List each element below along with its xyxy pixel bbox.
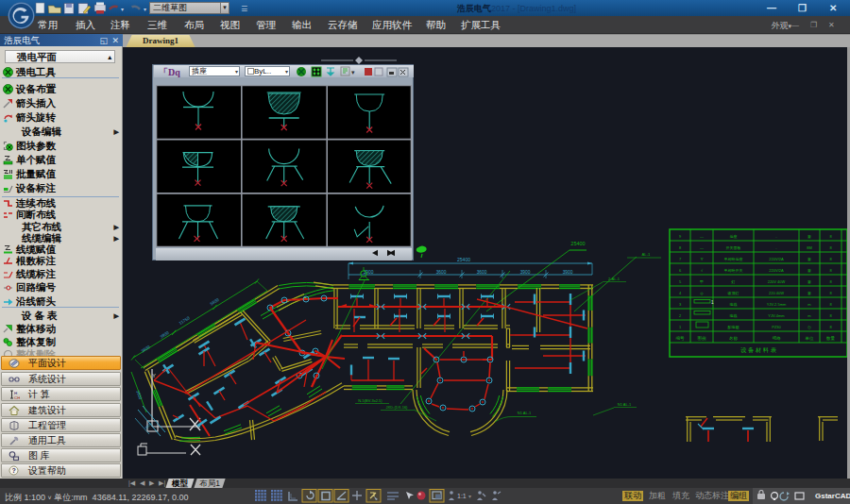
svg-text:8: 8 — [829, 302, 832, 307]
svg-text:套: 套 — [808, 257, 811, 261]
svg-text:单位: 单位 — [806, 336, 815, 341]
svg-text:电线: 电线 — [730, 313, 738, 318]
svg-text:11750: 11750 — [178, 315, 191, 326]
svg-text:1: 1 — [679, 325, 682, 329]
svg-text:3900: 3900 — [520, 270, 531, 275]
svg-text:8: 8 — [829, 257, 832, 261]
svg-text:套: 套 — [808, 291, 811, 295]
svg-text:6: 6 — [679, 268, 682, 273]
svg-text:m: m — [808, 313, 811, 318]
svg-text:YJV-4mm: YJV-4mm — [768, 313, 785, 318]
svg-text:套: 套 — [808, 234, 811, 239]
svg-text:8: 8 — [829, 279, 832, 284]
svg-text:220V/2A: 220V/2A — [769, 257, 784, 261]
svg-text:1: 1 — [711, 300, 714, 305]
svg-text:规格: 规格 — [773, 335, 782, 341]
svg-text:√: √ — [701, 268, 704, 273]
svg-text:2-AL-1: 2-AL-1 — [608, 277, 620, 281]
svg-text:8: 8 — [679, 245, 682, 250]
svg-text:JXD-(DX-16): JXD-(DX-16) — [386, 405, 409, 410]
svg-text:N1 AL-1: N1 AL-1 — [518, 411, 532, 415]
svg-text:▾: ▾ — [121, 7, 124, 12]
svg-text:3600: 3600 — [436, 270, 447, 275]
svg-text:单相暗开关: 单相暗开关 — [724, 268, 743, 273]
svg-text:电线: 电线 — [730, 302, 738, 307]
svg-text:8: 8 — [829, 268, 832, 273]
svg-text:套: 套 — [808, 268, 811, 273]
svg-text:3: 3 — [679, 302, 682, 307]
svg-text:图例: 图例 — [698, 336, 707, 342]
svg-text:编号: 编号 — [676, 336, 686, 341]
svg-text:AL-1: AL-1 — [642, 252, 652, 257]
svg-text:▾: ▾ — [351, 69, 355, 76]
svg-text:▾: ▾ — [468, 494, 471, 499]
svg-text:3600: 3600 — [477, 270, 487, 275]
svg-text:8M: 8M — [807, 245, 812, 250]
svg-text:吸顶灯: 吸顶灯 — [728, 291, 740, 295]
svg-text:9: 9 — [679, 234, 682, 239]
svg-text:5: 5 — [679, 279, 682, 284]
svg-text:PZ30: PZ30 — [772, 325, 781, 329]
svg-text:配电箱: 配电箱 — [728, 325, 740, 329]
svg-text:?: ? — [12, 467, 16, 474]
svg-text:220V 40W: 220V 40W — [768, 279, 786, 284]
svg-text:Y: Y — [152, 373, 156, 378]
svg-text:8: 8 — [829, 234, 832, 239]
svg-text:☰: ☰ — [241, 5, 247, 13]
svg-text:◎: ◎ — [700, 291, 704, 295]
svg-text:N1 AL-1: N1 AL-1 — [618, 402, 632, 407]
svg-text:数量: 数量 — [826, 336, 836, 341]
svg-text:CH: CH — [14, 395, 20, 400]
svg-text:▾: ▾ — [144, 7, 146, 12]
svg-text:220V/2A: 220V/2A — [769, 268, 784, 273]
svg-text:甲: 甲 — [700, 279, 704, 284]
svg-text:4: 4 — [679, 291, 682, 295]
svg-text:2: 2 — [679, 313, 682, 318]
svg-text:8: 8 — [829, 313, 832, 318]
svg-text:25400: 25400 — [570, 241, 585, 246]
svg-text:3900: 3900 — [563, 270, 573, 275]
svg-text:8: 8 — [829, 291, 832, 295]
svg-text:YJV-2.5mm: YJV-2.5mm — [767, 302, 787, 307]
svg-text:8: 8 — [829, 325, 832, 329]
svg-text:-: - — [775, 245, 777, 250]
svg-text:m: m — [808, 302, 811, 307]
svg-text:单相暗插座: 单相暗插座 — [724, 257, 743, 261]
svg-text:N-5(BV-3x2.5): N-5(BV-3x2.5) — [358, 398, 382, 403]
svg-text:台: 台 — [808, 325, 811, 329]
svg-text:插座: 插座 — [730, 234, 738, 239]
svg-text:设 备 材 料 表: 设 备 材 料 表 — [740, 346, 777, 354]
svg-text:名称: 名称 — [729, 336, 739, 341]
svg-text:8: 8 — [829, 245, 832, 250]
svg-text:7: 7 — [679, 257, 682, 261]
svg-text:套: 套 — [808, 279, 811, 284]
svg-text:—: — — [700, 245, 704, 250]
svg-text:∀: ∀ — [701, 257, 704, 261]
svg-text:灯: 灯 — [731, 279, 736, 284]
svg-text:3600: 3600 — [135, 390, 143, 401]
svg-text:—: — — [700, 234, 704, 239]
svg-text:220 40W: 220 40W — [769, 291, 784, 295]
svg-text:1:1: 1:1 — [457, 493, 467, 499]
svg-text:开关面板: 开关面板 — [726, 245, 741, 250]
svg-text:-: - — [775, 234, 777, 239]
svg-text:3800: 3800 — [141, 344, 152, 354]
svg-text:25400: 25400 — [457, 257, 470, 262]
